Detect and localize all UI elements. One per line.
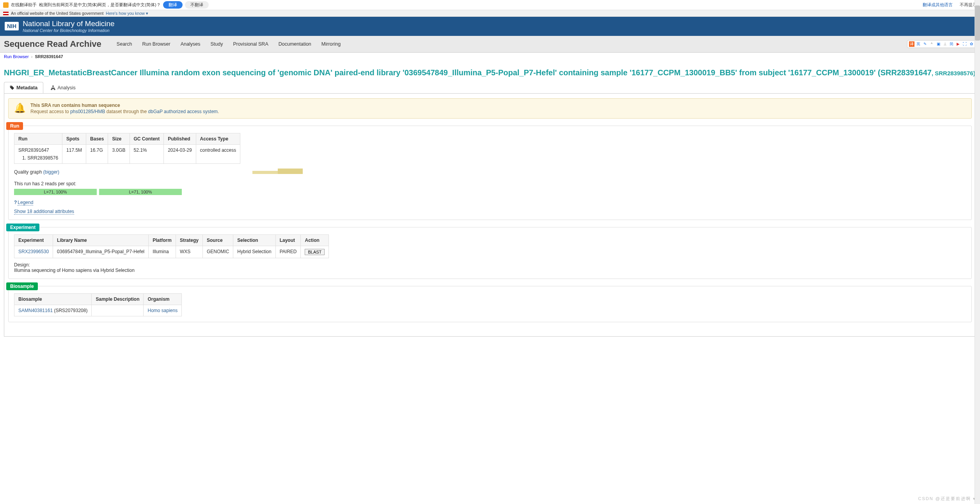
legend-link[interactable]: Legend bbox=[18, 200, 33, 206]
design-text: Illumina sequencing of Homo sapiens via … bbox=[14, 268, 966, 273]
nih-logo[interactable]: NIH bbox=[5, 22, 19, 30]
biosample-table-row: SAMN40381161 (SRS20793208) Homo sapiens bbox=[14, 305, 182, 316]
scrollbar-thumb[interactable] bbox=[975, 5, 980, 41]
ext-rect-icon[interactable]: ▣ bbox=[936, 41, 941, 47]
exp-library: 0369547849_Illumina_P5-Popal_P7-Hefel bbox=[53, 246, 149, 258]
translate-detect-text: 检测到当前网页不是中文(简体)网页，是否要翻译成中文(简体)？ bbox=[39, 2, 161, 8]
quality-graph-label: Quality graph bbox=[14, 169, 43, 175]
reads-label: This run has 2 reads per spot: bbox=[14, 181, 76, 186]
biosample-link[interactable]: SAMN40381161 bbox=[18, 308, 53, 313]
vertical-scrollbar[interactable] bbox=[975, 0, 980, 352]
ext-font-icon[interactable]: ᴬ bbox=[929, 41, 934, 47]
run-cell-gc: 52.1% bbox=[130, 144, 164, 163]
translate-button[interactable]: 翻译 bbox=[163, 1, 183, 9]
nav-run-browser[interactable]: Run Browser bbox=[137, 37, 175, 51]
experiment-link[interactable]: SRX23996530 bbox=[18, 249, 49, 254]
breadcrumb: Run Browser › SRR28391647 bbox=[0, 53, 980, 60]
tag-icon bbox=[10, 85, 14, 90]
ext-edit-icon[interactable]: ✎ bbox=[922, 41, 928, 47]
translate-assistant-label: 在线翻译助手 bbox=[11, 2, 37, 8]
nav-provisional-sra[interactable]: Provisional SRA bbox=[228, 37, 273, 51]
biosample-cell-desc bbox=[92, 305, 144, 316]
run-cell-published: 2024-03-29 bbox=[164, 144, 196, 163]
run-cell-access: controlled access bbox=[196, 144, 240, 163]
nav-documentation[interactable]: Documentation bbox=[273, 37, 316, 51]
biosample-badge: Biosample bbox=[6, 282, 38, 290]
metadata-panel: 🔔 This SRA run contains human sequence R… bbox=[4, 94, 976, 337]
breadcrumb-run-browser[interactable]: Run Browser bbox=[4, 54, 29, 59]
alert-description: Request access to phs001285/HMB dataset … bbox=[30, 109, 219, 114]
us-flag-icon bbox=[3, 12, 9, 15]
run-section: Run Run Spots Bases Size GC Content Publ… bbox=[8, 126, 972, 220]
run-cell-bases: 16.7G bbox=[86, 144, 108, 163]
nav-analyses[interactable]: Analyses bbox=[176, 37, 206, 51]
sra-toolbar: Sequence Read Archive Search Run Browser… bbox=[0, 36, 980, 53]
experiment-table-row: SRX23996530 0369547849_Illumina_P5-Popal… bbox=[14, 246, 329, 258]
quality-bigger-link[interactable]: (bigger) bbox=[43, 169, 59, 175]
dataset-link[interactable]: phs001285/HMB bbox=[70, 109, 105, 114]
translate-other-language-link[interactable]: 翻译成其他语言 bbox=[923, 2, 953, 8]
exp-selection: Hybrid Selection bbox=[233, 246, 275, 258]
breadcrumb-separator: › bbox=[31, 54, 33, 59]
experiment-table: Experiment Library Name Platform Strateg… bbox=[14, 234, 329, 258]
experiment-section: Experiment Experiment Library Name Platf… bbox=[8, 227, 972, 279]
help-icon: ? bbox=[14, 200, 17, 205]
sitemap-icon bbox=[51, 85, 55, 90]
page-title: NHGRI_ER_MetastaticBreastCancer Illumina… bbox=[4, 67, 976, 78]
alert-title: This SRA run contains human sequence bbox=[30, 103, 219, 108]
nav-mirroring[interactable]: Mirroring bbox=[316, 37, 346, 51]
breadcrumb-current: SRR28391647 bbox=[35, 54, 63, 59]
translate-bar: 在线翻译助手 检测到当前网页不是中文(简体)网页，是否要翻译成中文(简体)？ 翻… bbox=[0, 0, 980, 10]
experiment-table-header: Experiment Library Name Platform Strateg… bbox=[14, 234, 329, 246]
run-badge: Run bbox=[6, 122, 23, 130]
design-label: Design: bbox=[14, 262, 966, 268]
tab-analysis[interactable]: Analysis bbox=[45, 82, 82, 93]
nav-study[interactable]: Study bbox=[205, 37, 228, 51]
ext-translate-icon[interactable]: 译 bbox=[909, 41, 914, 47]
ext-video-icon[interactable]: ▶ bbox=[955, 41, 961, 47]
ext-screenshot-icon[interactable]: ⛶ bbox=[962, 41, 968, 47]
run-cell-spots: 117.5M bbox=[62, 144, 86, 163]
sra-heading: Sequence Read Archive bbox=[4, 36, 102, 52]
blast-button[interactable]: BLAST bbox=[305, 249, 325, 255]
ext-timer-icon[interactable]: ⊥ bbox=[942, 41, 948, 47]
run-table: Run Spots Bases Size GC Content Publishe… bbox=[14, 133, 240, 164]
gov-banner: An official website of the United States… bbox=[0, 10, 980, 17]
biosample-section: Biosample Biosample Sample Description O… bbox=[8, 286, 972, 322]
read-bar-1: L=71, 100% bbox=[14, 189, 97, 195]
design-block: Design: Illumina sequencing of Homo sapi… bbox=[14, 262, 966, 273]
dbgap-link[interactable]: dbGaP authorized access system bbox=[148, 109, 218, 114]
biosample-table: Biosample Sample Description Organism SA… bbox=[14, 293, 182, 316]
human-sequence-alert: 🔔 This SRA run contains human sequence R… bbox=[8, 98, 972, 119]
tab-metadata[interactable]: Metadata bbox=[4, 82, 43, 93]
show-attributes-link[interactable]: Show 18 additional attributes bbox=[14, 209, 74, 215]
ext-simplified-icon[interactable]: 简 bbox=[949, 41, 954, 47]
extension-toolbar: 译 英 ✎ ᴬ ▣ ⊥ 简 ▶ ⛶ ✿ bbox=[907, 40, 976, 48]
run-cell-size: 3.0GB bbox=[108, 144, 130, 163]
gov-banner-text: An official website of the United States… bbox=[11, 11, 103, 16]
exp-source: GENOMIC bbox=[202, 246, 233, 258]
ncbi-subtitle[interactable]: National Center for Biotechnology Inform… bbox=[23, 28, 115, 33]
no-translate-button[interactable]: 不翻译 bbox=[185, 1, 209, 9]
biosample-cell-id: SAMN40381161 (SRS20793208) bbox=[14, 305, 92, 316]
biosample-table-header: Biosample Sample Description Organism bbox=[14, 293, 182, 305]
organism-link[interactable]: Homo sapiens bbox=[147, 308, 178, 313]
run-table-row: SRR28391647 SRR28398576 117.5M 16.7G 3.0… bbox=[14, 144, 240, 163]
tabset: Metadata Analysis bbox=[4, 82, 976, 94]
nlm-title[interactable]: National Library of Medicine bbox=[23, 20, 115, 28]
exp-platform: Illumina bbox=[149, 246, 176, 258]
how-you-know-toggle[interactable]: Here's how you know ▾ bbox=[106, 11, 148, 16]
run-table-header: Run Spots Bases Size GC Content Publishe… bbox=[14, 133, 240, 144]
sra-nav: Search Run Browser Analyses Study Provis… bbox=[112, 37, 346, 51]
ext-gear-icon[interactable]: ✿ bbox=[969, 41, 974, 47]
translate-assistant-icon bbox=[3, 2, 9, 8]
run-cell-run: SRR28391647 SRR28398576 bbox=[14, 144, 62, 163]
nav-search[interactable]: Search bbox=[112, 37, 137, 51]
quality-graph bbox=[135, 169, 303, 174]
read-bar-2: L=71, 100% bbox=[99, 189, 182, 195]
bell-icon: 🔔 bbox=[14, 103, 25, 114]
experiment-badge: Experiment bbox=[6, 224, 39, 231]
exp-strategy: WXS bbox=[176, 246, 202, 258]
ext-lang-icon[interactable]: 英 bbox=[916, 41, 921, 47]
quality-graph-row: Quality graph (bigger) bbox=[14, 169, 966, 174]
